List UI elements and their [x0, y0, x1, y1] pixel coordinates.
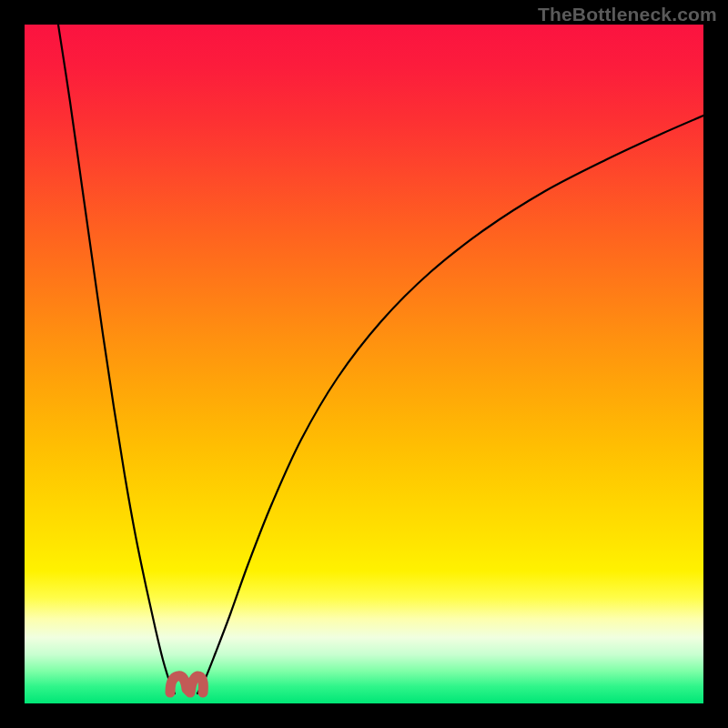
- plot-area: [25, 25, 703, 703]
- chart-frame: TheBottleneck.com: [0, 0, 728, 728]
- bottleneck-curve-chart: [25, 25, 703, 703]
- gradient-background: [25, 25, 703, 703]
- watermark-text: TheBottleneck.com: [538, 4, 717, 25]
- cusp-marker: [170, 676, 203, 693]
